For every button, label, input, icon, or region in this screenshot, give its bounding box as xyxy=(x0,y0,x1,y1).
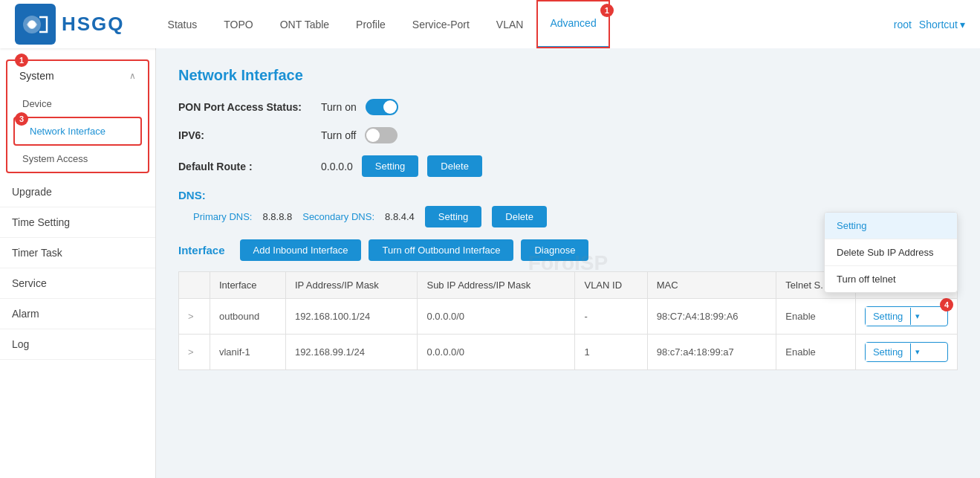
row1-action-cell: Setting ▾ 4 xyxy=(855,299,957,335)
sidebar-item-alarm[interactable]: Alarm xyxy=(0,299,155,329)
default-route-delete-btn[interactable]: Delete xyxy=(427,155,482,177)
row2-mac: 98:c7:a4:18:99:a7 xyxy=(647,335,776,370)
sidebar-item-device[interactable]: Device xyxy=(7,91,148,117)
sidebar-badge-3: 3 xyxy=(15,112,28,126)
dropdown-item-delete-sub[interactable]: Delete Sub IP Address xyxy=(825,239,957,266)
ipv6-row: IPV6: Turn off xyxy=(178,127,958,143)
nav-status[interactable]: Status xyxy=(155,0,211,48)
row2-setting-btn[interactable]: Setting ▾ xyxy=(865,342,948,362)
col-vlan-id: VLAN ID xyxy=(575,272,647,299)
sidebar-badge-2: 1 xyxy=(15,54,28,67)
sidebar-item-system-access[interactable]: System Access xyxy=(7,146,148,172)
pon-port-label: PON Port Access Status: xyxy=(178,101,312,113)
nav-user[interactable]: root xyxy=(894,19,912,30)
dns-delete-btn[interactable]: Delete xyxy=(492,206,547,227)
table-container: Interface IP Address/IP Mask Sub IP Addr… xyxy=(178,271,958,370)
nav-badge-1: 1 xyxy=(600,4,614,17)
header: HSGQ Status TOPO ONT Table Profile Servi… xyxy=(0,0,980,48)
ipv6-label: IPV6: xyxy=(178,129,312,141)
dns-setting-btn[interactable]: Setting xyxy=(425,206,481,227)
chevron-up-icon: ∧ xyxy=(129,71,136,81)
sidebar-item-log[interactable]: Log xyxy=(0,329,155,360)
sidebar: 1 System ∧ Device Network Interface 3 Sy… xyxy=(0,48,156,478)
row1-mac: 98:C7:A4:18:99:A6 xyxy=(647,299,776,335)
pon-port-value: Turn on xyxy=(321,101,357,113)
sidebar-item-time-setting[interactable]: Time Setting xyxy=(0,207,155,238)
row1-interface: outbound xyxy=(210,299,285,335)
diagnose-btn[interactable]: Diagnose xyxy=(521,239,588,261)
logo-area: HSGQ xyxy=(15,4,125,45)
nav-ont-table[interactable]: ONT Table xyxy=(267,0,343,48)
pon-port-toggle[interactable] xyxy=(366,99,398,115)
row2-action-cell: Setting ▾ xyxy=(855,335,957,370)
nav-advanced[interactable]: Advanced 1 xyxy=(536,0,609,48)
col-mac: MAC xyxy=(647,272,776,299)
col-expand xyxy=(179,272,210,299)
turn-off-outbound-btn[interactable]: Turn off Outbound Interface xyxy=(369,239,513,261)
svg-point-1 xyxy=(28,21,36,28)
secondary-dns-key: Secondary DNS: xyxy=(302,211,374,222)
logo-icon xyxy=(15,4,56,45)
row2-expand[interactable]: > xyxy=(179,335,210,370)
row1-sub-ip: 0.0.0.0/0 xyxy=(418,299,575,335)
dns-label: DNS: xyxy=(178,189,206,201)
badge-4: 4 xyxy=(940,298,953,311)
layout: 1 System ∧ Device Network Interface 3 Sy… xyxy=(0,48,980,478)
ipv6-value: Turn off xyxy=(321,129,356,141)
col-interface: Interface xyxy=(210,272,285,299)
row2-setting-label[interactable]: Setting xyxy=(866,343,910,361)
table-row: > outbound 192.168.100.1/24 0.0.0.0/0 - … xyxy=(179,299,958,335)
default-route-value: 0.0.0.0 xyxy=(321,161,353,172)
row2-ip-mask: 192.168.99.1/24 xyxy=(285,335,418,370)
dropdown-item-turn-off-telnet[interactable]: Turn off telnet xyxy=(825,266,957,292)
row1-setting-label[interactable]: Setting xyxy=(866,307,910,326)
default-route-setting-btn[interactable]: Setting xyxy=(362,155,418,177)
row2-interface: vlanif-1 xyxy=(210,335,285,370)
nav-right: root Shortcut ▾ xyxy=(894,19,965,30)
sidebar-item-service[interactable]: Service xyxy=(0,268,155,299)
chevron-down-icon: ▾ xyxy=(960,19,965,30)
nav-profile[interactable]: Profile xyxy=(343,0,399,48)
default-route-row: Default Route : 0.0.0.0 Setting Delete xyxy=(178,155,958,177)
setting-dropdown: Setting Delete Sub IP Address Turn off t… xyxy=(824,212,958,293)
row1-setting-arrow[interactable]: ▾ xyxy=(910,308,924,325)
row1-expand[interactable]: > xyxy=(179,299,210,335)
row1-ip-mask: 192.168.100.1/24 xyxy=(285,299,418,335)
main-content: ForoISP Network Interface PON Port Acces… xyxy=(156,48,980,478)
row2-setting-arrow[interactable]: ▾ xyxy=(910,343,924,361)
page-title: Network Interface xyxy=(178,67,958,84)
pon-port-row: PON Port Access Status: Turn on xyxy=(178,99,958,115)
sidebar-system-title[interactable]: System ∧ xyxy=(7,61,148,91)
nav-shortcut[interactable]: Shortcut ▾ xyxy=(919,19,965,30)
nav-service-port[interactable]: Service-Port xyxy=(399,0,483,48)
sidebar-item-network-interface[interactable]: Network Interface 3 xyxy=(13,117,142,146)
row1-vlan-id: - xyxy=(575,299,647,335)
pon-port-knob xyxy=(383,100,397,114)
sidebar-item-timer-task[interactable]: Timer Task xyxy=(0,238,155,268)
row1-setting-btn[interactable]: Setting ▾ 4 xyxy=(865,306,948,326)
logo-text: HSGQ xyxy=(62,13,125,36)
ipv6-toggle[interactable] xyxy=(365,127,397,143)
ipv6-knob xyxy=(366,129,380,142)
default-route-label: Default Route : xyxy=(178,161,312,172)
sidebar-item-upgrade[interactable]: Upgrade xyxy=(0,177,155,207)
primary-dns-val: 8.8.8.8 xyxy=(262,211,292,222)
nav-topo[interactable]: TOPO xyxy=(210,0,266,48)
row2-sub-ip: 0.0.0.0/0 xyxy=(418,335,575,370)
dropdown-item-setting[interactable]: Setting xyxy=(825,213,957,239)
table-row: > vlanif-1 192.168.99.1/24 0.0.0.0/0 1 9… xyxy=(179,335,958,370)
primary-dns-key: Primary DNS: xyxy=(193,211,252,222)
secondary-dns-val: 8.8.4.4 xyxy=(385,211,415,222)
sidebar-system-group: 1 System ∧ Device Network Interface 3 Sy… xyxy=(6,59,149,173)
nav-menu: Status TOPO ONT Table Profile Service-Po… xyxy=(155,0,894,48)
col-sub-ip: Sub IP Address/IP Mask xyxy=(418,272,575,299)
row1-telnet: Enable xyxy=(776,299,856,335)
row2-telnet: Enable xyxy=(776,335,856,370)
add-inbound-btn[interactable]: Add Inbound Interface xyxy=(240,239,362,261)
col-ip-mask: IP Address/IP Mask xyxy=(285,272,418,299)
interface-label: Interface xyxy=(178,244,225,256)
row2-vlan-id: 1 xyxy=(575,335,647,370)
nav-vlan[interactable]: VLAN xyxy=(483,0,537,48)
